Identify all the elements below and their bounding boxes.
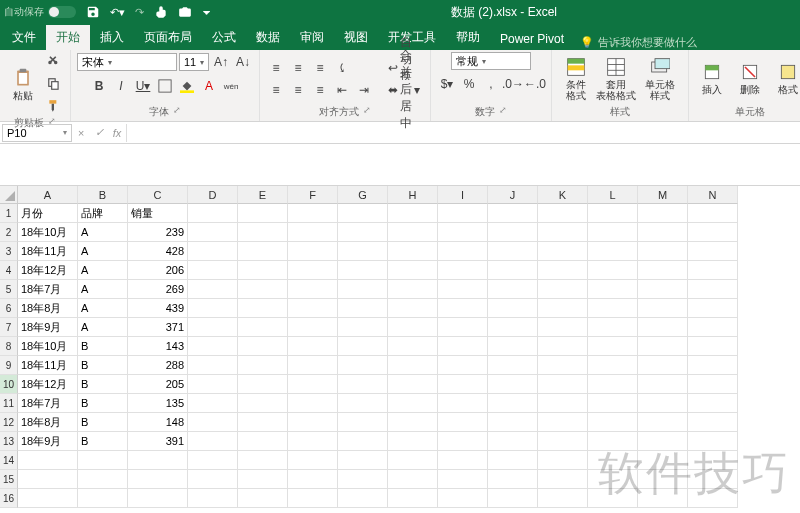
cell[interactable] (188, 451, 238, 470)
enter-icon[interactable]: ✓ (90, 126, 108, 139)
cell[interactable]: A (78, 318, 128, 337)
underline-button[interactable]: U▾ (133, 76, 153, 96)
cell[interactable] (438, 432, 488, 451)
cell[interactable] (688, 356, 738, 375)
cell[interactable] (438, 223, 488, 242)
cell[interactable] (238, 261, 288, 280)
cell[interactable] (188, 337, 238, 356)
cell[interactable] (288, 261, 338, 280)
cell[interactable] (188, 261, 238, 280)
tab-插入[interactable]: 插入 (90, 25, 134, 50)
cell[interactable] (588, 451, 638, 470)
tab-页面布局[interactable]: 页面布局 (134, 25, 202, 50)
conditional-format-button[interactable]: 条件格式 (558, 55, 594, 103)
cell[interactable] (638, 261, 688, 280)
cell[interactable] (288, 299, 338, 318)
cell[interactable] (238, 470, 288, 489)
worksheet-grid[interactable]: 12345678910111213141516 ABCDEFGHIJKLMN 月… (0, 186, 800, 508)
cell[interactable]: 143 (128, 337, 188, 356)
cell[interactable]: B (78, 413, 128, 432)
format-painter-button[interactable] (44, 96, 64, 116)
cell[interactable] (388, 413, 438, 432)
row-header[interactable]: 15 (0, 470, 18, 489)
cell[interactable] (438, 261, 488, 280)
font-color-button[interactable]: A (199, 76, 219, 96)
cell[interactable] (538, 432, 588, 451)
cell[interactable]: 18年9月 (18, 318, 78, 337)
cell[interactable] (388, 223, 438, 242)
cell[interactable]: 月份 (18, 204, 78, 223)
cell[interactable] (338, 337, 388, 356)
cell[interactable] (238, 394, 288, 413)
phonetic-button[interactable]: wén (221, 76, 241, 96)
cell[interactable] (688, 394, 738, 413)
cell[interactable] (238, 375, 288, 394)
cell[interactable] (238, 489, 288, 508)
cell[interactable] (588, 394, 638, 413)
bold-button[interactable]: B (89, 76, 109, 96)
cell[interactable]: 销量 (128, 204, 188, 223)
cell[interactable] (18, 470, 78, 489)
cell[interactable] (488, 413, 538, 432)
cell[interactable]: A (78, 280, 128, 299)
cell[interactable] (488, 280, 538, 299)
cell[interactable] (488, 489, 538, 508)
cell[interactable] (538, 394, 588, 413)
cell[interactable] (688, 261, 738, 280)
cell[interactable] (338, 356, 388, 375)
row-header[interactable]: 13 (0, 432, 18, 451)
tell-me-search[interactable]: 💡告诉我你想要做什么 (580, 35, 697, 50)
cell[interactable] (78, 489, 128, 508)
cell[interactable] (588, 223, 638, 242)
col-header-C[interactable]: C (128, 186, 188, 204)
cell[interactable] (188, 280, 238, 299)
cell[interactable] (638, 432, 688, 451)
cell[interactable] (688, 432, 738, 451)
cell[interactable] (438, 394, 488, 413)
cell[interactable] (538, 318, 588, 337)
cell[interactable] (688, 242, 738, 261)
cell[interactable] (288, 280, 338, 299)
cell[interactable] (688, 413, 738, 432)
align-middle-button[interactable]: ≡ (288, 58, 308, 78)
cell[interactable] (188, 204, 238, 223)
col-header-E[interactable]: E (238, 186, 288, 204)
cell[interactable] (538, 413, 588, 432)
row-header[interactable]: 1 (0, 204, 18, 223)
tab-审阅[interactable]: 审阅 (290, 25, 334, 50)
col-header-J[interactable]: J (488, 186, 538, 204)
col-header-H[interactable]: H (388, 186, 438, 204)
dialog-launcher-icon[interactable]: ⤢ (173, 105, 181, 119)
cell[interactable] (488, 204, 538, 223)
cell[interactable]: A (78, 299, 128, 318)
cell[interactable]: B (78, 356, 128, 375)
cell[interactable]: A (78, 261, 128, 280)
cell[interactable] (238, 299, 288, 318)
row-header[interactable]: 12 (0, 413, 18, 432)
cell[interactable] (688, 489, 738, 508)
cell[interactable]: 18年7月 (18, 394, 78, 413)
cell[interactable]: A (78, 242, 128, 261)
cell[interactable] (188, 413, 238, 432)
cell[interactable] (538, 356, 588, 375)
row-header[interactable]: 11 (0, 394, 18, 413)
cell[interactable]: 239 (128, 223, 188, 242)
cell[interactable] (188, 394, 238, 413)
decrease-decimal-button[interactable]: ←.0 (525, 74, 545, 94)
tab-开始[interactable]: 开始 (46, 25, 90, 50)
col-header-M[interactable]: M (638, 186, 688, 204)
dialog-launcher-icon[interactable]: ⤢ (363, 105, 371, 119)
cell[interactable] (288, 432, 338, 451)
col-header-B[interactable]: B (78, 186, 128, 204)
cell[interactable]: 288 (128, 356, 188, 375)
cell[interactable] (288, 204, 338, 223)
cell[interactable] (688, 223, 738, 242)
cell[interactable] (388, 318, 438, 337)
cell[interactable]: A (78, 223, 128, 242)
cell[interactable] (238, 337, 288, 356)
cell[interactable] (388, 280, 438, 299)
cell[interactable] (238, 242, 288, 261)
col-header-A[interactable]: A (18, 186, 78, 204)
cell[interactable]: 428 (128, 242, 188, 261)
row-header[interactable]: 5 (0, 280, 18, 299)
